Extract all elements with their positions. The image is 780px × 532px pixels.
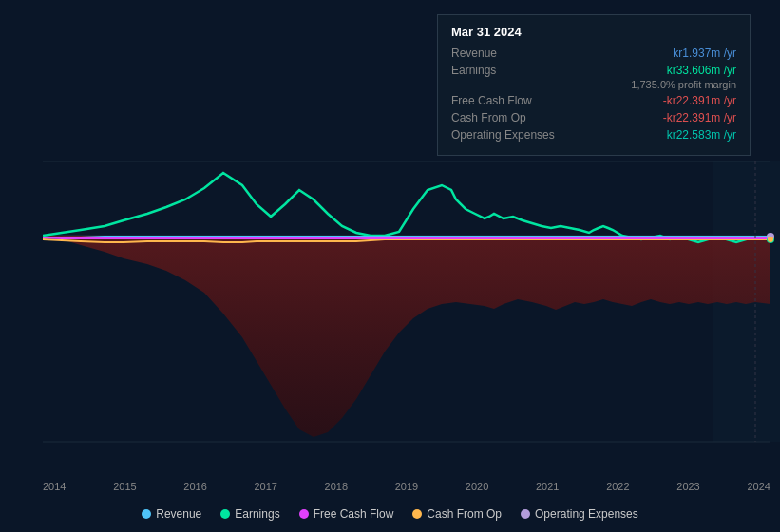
legend-fcf: Free Cash Flow (299, 507, 394, 521)
tooltip-revenue-value: kr1.937m /yr (673, 47, 736, 60)
x-label-2019: 2019 (395, 481, 418, 492)
x-label-2018: 2018 (325, 481, 348, 492)
legend-fcf-label: Free Cash Flow (314, 507, 394, 521)
chart-container: Mar 31 2024 Revenue kr1.937m /yr Earning… (0, 0, 780, 532)
tooltip-fcf-value: -kr22.391m /yr (663, 94, 736, 107)
legend-earnings: Earnings (220, 507, 279, 521)
tooltip-earnings-value: kr33.606m /yr (667, 64, 736, 77)
tooltip-opex-label: Operating Expenses (451, 128, 555, 142)
x-axis: 2014 2015 2016 2017 2018 2019 2020 2021 … (43, 481, 770, 492)
legend-cfo: Cash From Op (412, 507, 502, 521)
x-label-2023: 2023 (676, 481, 699, 492)
x-label-2022: 2022 (606, 481, 629, 492)
legend: Revenue Earnings Free Cash Flow Cash Fro… (0, 507, 780, 521)
tooltip-revenue-label: Revenue (451, 47, 497, 60)
tooltip-fcf-row: Free Cash Flow -kr22.391m /yr (451, 94, 736, 107)
x-label-2020: 2020 (466, 481, 488, 492)
svg-point-10 (768, 237, 773, 242)
x-label-2021: 2021 (536, 481, 559, 492)
tooltip-cfo-value: -kr22.391m /yr (663, 111, 736, 124)
fcf-dot (299, 509, 309, 519)
tooltip-cfo-row: Cash From Op -kr22.391m /yr (451, 111, 736, 124)
tooltip-cfo-label: Cash From Op (451, 111, 526, 124)
opex-dot (521, 509, 530, 519)
earnings-dot (220, 509, 230, 519)
tooltip-revenue-row: Revenue kr1.937m /yr (451, 47, 736, 60)
tooltip-fcf-label: Free Cash Flow (451, 94, 532, 107)
x-label-2024: 2024 (747, 481, 770, 492)
x-label-2014: 2014 (43, 481, 66, 492)
legend-cfo-label: Cash From Op (427, 507, 502, 521)
tooltip-opex-row: Operating Expenses kr22.583m /yr (451, 128, 736, 142)
legend-opex-label: Operating Expenses (535, 507, 638, 521)
tooltip-earnings-row: Earnings kr33.606m /yr (451, 64, 736, 77)
tooltip-earnings-label: Earnings (451, 64, 496, 77)
x-label-2015: 2015 (113, 481, 136, 492)
legend-opex: Operating Expenses (521, 507, 638, 521)
legend-revenue-label: Revenue (156, 507, 201, 521)
legend-revenue: Revenue (142, 507, 201, 521)
x-label-2017: 2017 (254, 481, 276, 492)
cfo-dot (412, 509, 422, 519)
x-label-2016: 2016 (183, 481, 206, 492)
legend-earnings-label: Earnings (235, 507, 279, 521)
tooltip-opex-value: kr22.583m /yr (667, 128, 736, 142)
tooltip-box: Mar 31 2024 Revenue kr1.937m /yr Earning… (437, 14, 751, 156)
revenue-dot (142, 509, 151, 519)
profit-margin: 1,735.0% profit margin (451, 79, 736, 90)
tooltip-date: Mar 31 2024 (451, 25, 736, 39)
